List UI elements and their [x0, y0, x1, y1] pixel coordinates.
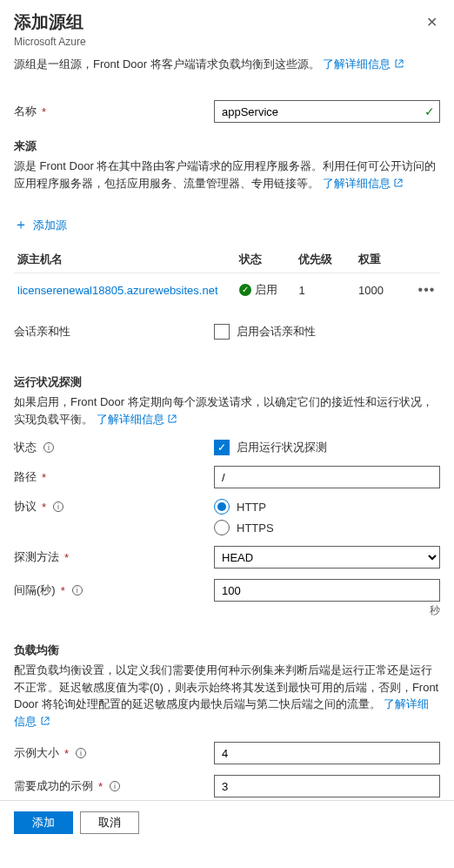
info-icon[interactable]: i	[72, 585, 83, 595]
required-indicator: *	[42, 471, 46, 484]
page-title: 添加源组	[14, 10, 440, 34]
external-link-icon	[40, 714, 50, 724]
method-label-text: 探测方法	[14, 549, 59, 565]
path-label: 路径*	[14, 469, 214, 485]
protocol-label-text: 协议	[14, 499, 37, 515]
plus-icon: ＋	[14, 216, 28, 234]
method-label: 探测方法*	[14, 549, 214, 565]
info-icon[interactable]: i	[76, 748, 86, 758]
required-indicator: *	[98, 780, 103, 793]
cancel-button[interactable]: 取消	[80, 811, 139, 834]
required-indicator: *	[42, 105, 46, 118]
col-priority[interactable]: 优先级	[295, 246, 355, 273]
close-button[interactable]: ✕	[423, 14, 440, 31]
interval-input[interactable]	[214, 579, 440, 602]
name-input[interactable]	[214, 100, 440, 123]
info-icon[interactable]: i	[43, 442, 54, 453]
sample-size-label: 示例大小* i	[14, 745, 214, 761]
health-enable-checkbox-label: 启用运行状况探测	[237, 440, 327, 455]
radio-icon	[214, 520, 230, 535]
origin-host-link[interactable]: licenserenewal18805.azurewebsites.net	[17, 284, 218, 297]
intro-learn-more-link[interactable]: 了解详细信息	[323, 57, 404, 71]
health-status-label-text: 状态	[14, 440, 37, 455]
health-section-title: 运行状况探测	[14, 374, 440, 390]
required-indicator: *	[61, 584, 65, 597]
required-indicator: *	[42, 501, 46, 514]
table-row: licenserenewal18805.azurewebsites.net ✓ …	[14, 273, 440, 307]
required-indicator: *	[64, 551, 69, 564]
health-section-desc: 如果启用，Front Door 将定期向每个源发送请求，以确定它们的接近性和运行…	[14, 394, 440, 427]
origin-status: ✓ 启用	[239, 282, 277, 298]
col-weight[interactable]: 权重	[355, 246, 415, 273]
interval-label: 间隔(秒)* i	[14, 582, 214, 598]
lb-section-title: 负载均衡	[14, 643, 440, 658]
protocol-http-radio[interactable]: HTTP	[214, 499, 440, 515]
interval-unit: 秒	[14, 603, 440, 618]
col-status[interactable]: 状态	[236, 246, 296, 273]
name-label: 名称*	[14, 104, 214, 119]
radio-icon	[214, 499, 230, 515]
health-learn-more-text: 了解详细信息	[97, 413, 164, 426]
origin-priority: 1	[295, 273, 355, 307]
health-status-label: 状态 i	[14, 440, 214, 455]
intro-learn-more-text: 了解详细信息	[323, 57, 391, 71]
lb-desc-text: 配置负载均衡设置，以定义我们需要使用何种示例集来判断后端是运行正常还是运行不正常…	[14, 663, 438, 710]
health-desc-text: 如果启用，Front Door 将定期向每个源发送请求，以确定它们的接近性和运行…	[14, 395, 433, 426]
origin-weight: 1000	[355, 273, 415, 307]
session-affinity-label: 会话亲和性	[14, 324, 214, 340]
path-label-text: 路径	[14, 469, 37, 485]
interval-label-text: 间隔(秒)	[14, 582, 56, 598]
external-link-icon	[393, 176, 404, 186]
page-subtitle: Microsoft Azure	[14, 36, 440, 48]
protocol-label: 协议* i	[14, 499, 214, 515]
check-icon: ✓	[424, 104, 435, 118]
path-input[interactable]	[214, 466, 440, 488]
info-icon[interactable]: i	[53, 501, 63, 512]
method-select[interactable]: HEAD	[214, 546, 440, 569]
sample-size-label-text: 示例大小	[14, 745, 59, 761]
lb-section-desc: 配置负载均衡设置，以定义我们需要使用何种示例集来判断后端是运行正常还是运行不正常…	[14, 662, 440, 730]
intro-text: 源组是一组源，Front Door 将客户端请求负载均衡到这些源。 了解详细信息	[14, 57, 440, 72]
status-dot-icon: ✓	[239, 284, 251, 296]
successful-samples-label-text: 需要成功的示例	[14, 778, 93, 794]
info-icon[interactable]: i	[110, 781, 120, 791]
successful-samples-input[interactable]	[214, 775, 440, 797]
origin-status-text: 启用	[255, 282, 277, 298]
add-origin-button[interactable]: ＋ 添加源	[14, 216, 440, 234]
protocol-https-label: HTTPS	[237, 521, 274, 535]
origin-learn-more-link[interactable]: 了解详细信息	[323, 177, 404, 190]
sample-size-input[interactable]	[214, 742, 440, 764]
row-menu-button[interactable]: •••	[418, 282, 436, 297]
protocol-https-radio[interactable]: HTTPS	[214, 520, 440, 535]
health-learn-more-link[interactable]: 了解详细信息	[97, 413, 178, 426]
footer: 添加 取消	[0, 800, 454, 844]
add-button[interactable]: 添加	[14, 811, 73, 834]
required-indicator: *	[64, 747, 69, 760]
external-link-icon	[167, 412, 177, 422]
origins-table: 源主机名 状态 优先级 权重 licenserenewal18805.azure…	[14, 246, 440, 306]
origin-learn-more-text: 了解详细信息	[323, 177, 391, 190]
successful-samples-label: 需要成功的示例* i	[14, 778, 214, 794]
protocol-http-label: HTTP	[237, 501, 266, 514]
name-label-text: 名称	[14, 104, 37, 119]
intro-prefix: 源组是一组源，Front Door 将客户端请求负载均衡到这些源。	[14, 57, 320, 71]
add-origin-label: 添加源	[33, 218, 67, 233]
session-affinity-checkbox-label: 启用会话亲和性	[237, 324, 316, 340]
external-link-icon	[394, 57, 404, 68]
health-enable-checkbox[interactable]: ✓	[214, 440, 230, 455]
origin-section-title: 来源	[14, 138, 440, 154]
session-affinity-checkbox[interactable]	[214, 324, 230, 340]
col-host[interactable]: 源主机名	[14, 246, 236, 273]
origin-section-desc: 源是 Front Door 将在其中路由客户端请求的应用程序服务器。利用任何可公…	[14, 158, 440, 192]
